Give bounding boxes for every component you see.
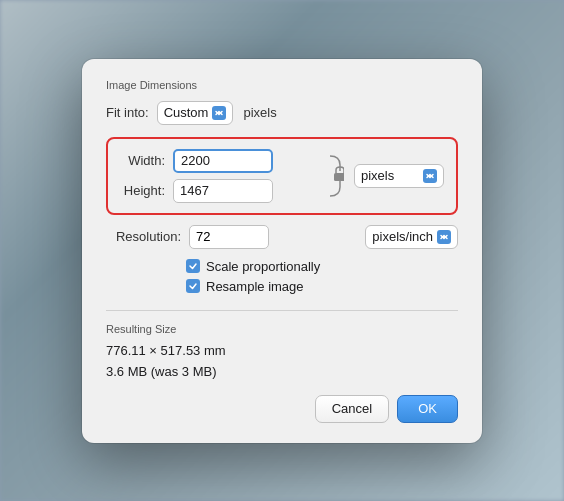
resample-image-row: Resample image (186, 279, 458, 294)
height-row: Height: (120, 179, 320, 203)
divider (106, 310, 458, 311)
image-dimensions-dialog: Image Dimensions Fit into: Custom pixels… (82, 59, 482, 443)
fit-into-chevron-icon (212, 106, 226, 120)
scale-proportionally-row: Scale proportionally (186, 259, 458, 274)
height-label: Height: (120, 183, 165, 198)
resample-image-label: Resample image (206, 279, 304, 294)
link-bracket (326, 151, 344, 201)
buttons-row: Cancel OK (106, 395, 458, 423)
scale-proportionally-label: Scale proportionally (206, 259, 320, 274)
fit-into-label: Fit into: (106, 105, 149, 120)
fit-into-unit-label: pixels (243, 105, 276, 120)
resolution-row: Resolution: pixels/inch (106, 225, 458, 249)
scale-proportionally-checkbox[interactable] (186, 259, 200, 273)
checkboxes-area: Scale proportionally Resample image (186, 259, 458, 294)
resolution-unit-chevron-icon (437, 230, 451, 244)
dimension-fields: Width: Height: (120, 149, 320, 203)
fit-into-row: Fit into: Custom pixels (106, 101, 458, 125)
dimension-unit-dropdown[interactable]: pixels (354, 164, 444, 188)
fit-into-value: Custom (164, 105, 209, 120)
width-row: Width: (120, 149, 320, 173)
width-input[interactable] (173, 149, 273, 173)
resample-image-checkbox[interactable] (186, 279, 200, 293)
resolution-label: Resolution: (106, 229, 181, 244)
dimension-section: Width: Height: pixels (106, 137, 458, 215)
dimension-unit-chevron-icon (423, 169, 437, 183)
fit-into-dropdown[interactable]: Custom (157, 101, 234, 125)
resolution-unit-dropdown[interactable]: pixels/inch (365, 225, 458, 249)
width-label: Width: (120, 153, 165, 168)
resolution-unit-label: pixels/inch (372, 229, 433, 244)
dialog-title: Image Dimensions (106, 79, 458, 91)
height-input[interactable] (173, 179, 273, 203)
resulting-size-section: Resulting Size 776.11 × 517.53 mm 3.6 MB… (106, 323, 458, 379)
resolution-input[interactable] (189, 225, 269, 249)
cancel-button[interactable]: Cancel (315, 395, 389, 423)
dimension-unit-label: pixels (361, 168, 419, 183)
resulting-size-mb: 3.6 MB (was 3 MB) (106, 364, 458, 379)
resulting-size-mm: 776.11 × 517.53 mm (106, 343, 458, 358)
bracket-svg (326, 151, 344, 201)
ok-button[interactable]: OK (397, 395, 458, 423)
resulting-size-title: Resulting Size (106, 323, 458, 335)
dimension-unit-area: pixels (354, 164, 444, 188)
svg-rect-0 (334, 173, 344, 181)
